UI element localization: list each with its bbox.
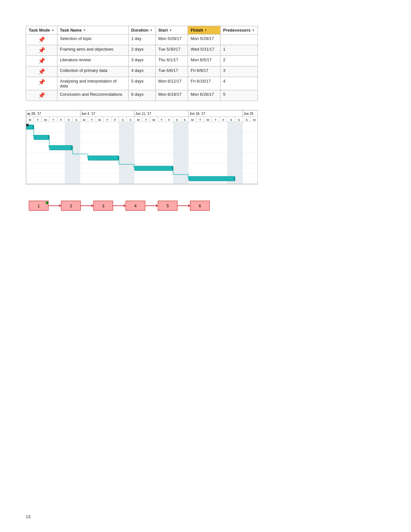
- svg-text:T: T: [106, 118, 108, 122]
- svg-rect-94: [71, 145, 73, 150]
- svg-text:S: S: [75, 118, 77, 122]
- col-label-duration: Duration: [131, 28, 148, 33]
- gantt-chart-wrapper: ay 28, '17Jun 4, '17Jun 11, '17Jun 18, '…: [26, 110, 258, 185]
- cell-start-0: Mon 5/29/17: [155, 34, 188, 45]
- svg-text:T: T: [215, 118, 217, 122]
- cell-task-name-5: Conclusion and Reccommdations: [57, 90, 128, 101]
- svg-marker-122: [124, 204, 126, 207]
- col-header-start[interactable]: Start ▼: [155, 26, 188, 34]
- cell-finish-5: Mon 6/26/17: [188, 90, 220, 101]
- col-label-predecessors: Predecessors: [223, 28, 250, 33]
- col-dropdown-task-name[interactable]: ▼: [83, 29, 86, 32]
- svg-rect-99: [134, 166, 173, 171]
- svg-rect-88: [33, 125, 34, 129]
- svg-marker-118: [92, 204, 93, 207]
- table-row: 📌 Literature review 3 days Thu 6/1/17 Mo…: [26, 56, 258, 66]
- svg-rect-103: [234, 176, 235, 181]
- col-label-start: Start: [158, 28, 168, 33]
- cell-start-2: Thu 6/1/17: [155, 56, 188, 66]
- col-label-task-mode: Task Mode: [29, 28, 50, 33]
- cell-predecessors-1: 1: [220, 45, 258, 56]
- svg-marker-126: [156, 204, 158, 207]
- svg-rect-100: [172, 166, 173, 171]
- svg-text:S: S: [176, 118, 178, 122]
- svg-text:T: T: [199, 118, 201, 122]
- svg-text:W: W: [207, 118, 210, 122]
- svg-rect-112: [46, 202, 48, 204]
- page-number: 13: [26, 514, 30, 519]
- svg-text:S: S: [238, 118, 240, 122]
- task-mode-icon-3: 📌: [38, 68, 45, 75]
- svg-text:M: M: [137, 118, 140, 122]
- svg-text:6: 6: [199, 203, 201, 208]
- table-row: 📌 Framing aims and objectives 2 days Tue…: [26, 45, 258, 56]
- table-row: 📌 Collection of primary data 4 days Tue …: [26, 66, 258, 77]
- svg-text:M: M: [83, 118, 85, 122]
- task-mode-icon-4: 📌: [38, 79, 45, 85]
- svg-text:5: 5: [166, 203, 169, 208]
- cell-duration-0: 1 day: [129, 34, 156, 45]
- cell-start-4: Mon 6/12/17: [155, 77, 188, 90]
- col-header-finish[interactable]: Finish ▼: [188, 26, 220, 34]
- cell-task-name-2: Literature review: [57, 56, 128, 66]
- cell-finish-1: Wed 5/31/17: [188, 45, 220, 56]
- task-mode-icon-0: 📌: [38, 36, 45, 43]
- cell-predecessors-4: 4: [220, 77, 258, 90]
- task-mode-icon-2: 📌: [38, 58, 45, 64]
- svg-rect-91: [48, 135, 49, 140]
- col-header-predecessors[interactable]: Predecessors ▼: [220, 26, 258, 34]
- cell-task-name-0: Selection of topic: [57, 34, 128, 45]
- svg-text:S: S: [130, 118, 132, 122]
- cell-task-mode-1: 📌: [26, 45, 57, 56]
- svg-marker-114: [59, 204, 61, 207]
- table-row: 📌 Analysing and interpretation of data 5…: [26, 77, 258, 90]
- svg-text:3: 3: [102, 203, 104, 208]
- cell-duration-1: 2 days: [129, 45, 156, 56]
- svg-text:W: W: [44, 118, 47, 122]
- col-header-task-name[interactable]: Task Name ▼: [57, 26, 128, 34]
- svg-text:T: T: [37, 118, 39, 122]
- svg-rect-93: [49, 145, 73, 150]
- col-dropdown-predecessors[interactable]: ▼: [252, 29, 255, 32]
- cell-task-mode-0: 📌: [26, 34, 57, 45]
- col-header-task-mode[interactable]: Task Mode ▼: [26, 26, 57, 34]
- svg-text:S: S: [184, 118, 186, 122]
- svg-marker-130: [188, 204, 190, 207]
- svg-text:S: S: [68, 118, 70, 122]
- svg-text:F: F: [60, 118, 62, 122]
- svg-text:Jun 25: Jun 25: [244, 112, 253, 115]
- svg-text:F: F: [168, 118, 170, 122]
- svg-text:T: T: [52, 118, 54, 122]
- cell-predecessors-0: [220, 34, 258, 45]
- svg-rect-102: [189, 176, 235, 181]
- cell-task-mode-4: 📌: [26, 77, 57, 90]
- svg-text:1: 1: [37, 203, 40, 208]
- cell-predecessors-2: 2: [220, 56, 258, 66]
- col-header-duration[interactable]: Duration ▼: [129, 26, 156, 34]
- col-dropdown-start[interactable]: ▼: [169, 29, 172, 32]
- col-dropdown-task-mode[interactable]: ▼: [51, 29, 54, 32]
- svg-text:F: F: [222, 118, 224, 122]
- svg-text:T: T: [91, 118, 93, 122]
- svg-text:M: M: [191, 118, 194, 122]
- svg-rect-97: [118, 156, 119, 160]
- svg-text:4: 4: [134, 203, 136, 208]
- svg-text:M: M: [29, 118, 31, 122]
- svg-text:T: T: [161, 118, 162, 122]
- svg-text:Jun 18, '17: Jun 18, '17: [190, 112, 205, 115]
- network-diagram: 123456: [26, 194, 232, 217]
- cell-task-name-4: Analysing and interpretation of data: [57, 77, 128, 90]
- cell-start-1: Tue 5/30/17: [155, 45, 188, 56]
- svg-rect-90: [34, 135, 49, 140]
- col-dropdown-finish[interactable]: ▼: [204, 29, 207, 32]
- cell-task-mode-3: 📌: [26, 66, 57, 77]
- cell-start-3: Tue 6/6/17: [155, 66, 188, 77]
- svg-text:Jun 4, '17: Jun 4, '17: [81, 112, 95, 115]
- cell-finish-0: Mon 5/29/17: [188, 34, 220, 45]
- col-label-task-name: Task Name: [60, 28, 82, 33]
- cell-task-name-1: Framing aims and objectives: [57, 45, 128, 56]
- task-mode-icon-5: 📌: [38, 92, 45, 99]
- col-dropdown-duration[interactable]: ▼: [150, 29, 152, 32]
- cell-task-name-3: Collection of primary data: [57, 66, 128, 77]
- svg-rect-96: [88, 156, 119, 160]
